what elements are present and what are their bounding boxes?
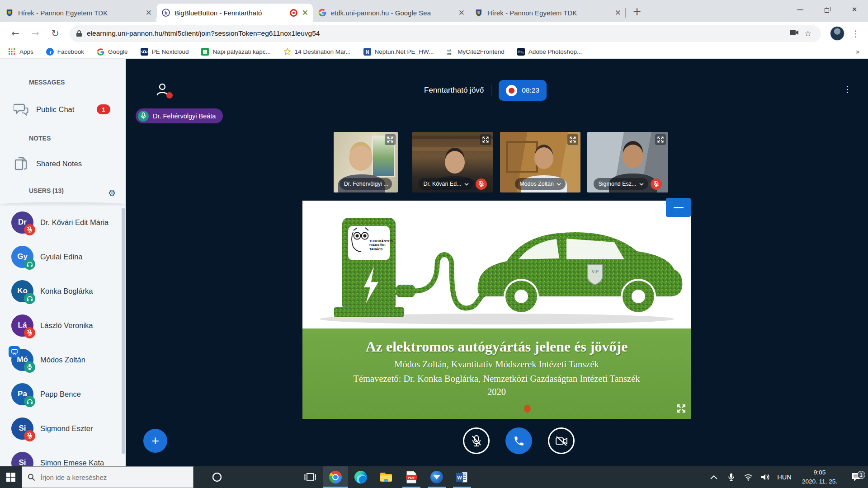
taskbar-word-button[interactable]: W	[449, 466, 475, 488]
window-minimize-button[interactable]: —	[787, 0, 814, 19]
webcam-fullscreen-button[interactable]	[655, 134, 666, 145]
back-button[interactable]: ←	[5, 28, 25, 39]
webcam-tile-0[interactable]: Dr. Fehérvölgyi ...	[334, 132, 398, 192]
user-list-toggle-button[interactable]	[156, 82, 171, 99]
webcam-fullscreen-button[interactable]	[480, 134, 491, 145]
taskbar-pdf-button[interactable]: PDF	[399, 466, 424, 488]
pannon-crest-favicon	[5, 9, 14, 17]
bookmark-5[interactable]: 14 Destination Mar...	[283, 48, 351, 56]
bookmarks-overflow-button[interactable]: »	[856, 48, 860, 56]
task-view-button[interactable]	[297, 466, 323, 488]
bookmark-7[interactable]: mtmtMyCite2Frontend	[446, 48, 505, 56]
presenter-badge	[9, 346, 20, 357]
camera-sharing-icon[interactable]	[788, 29, 801, 38]
avatar-initials: Si	[19, 458, 26, 466]
user-list-scrollbar[interactable]	[122, 208, 125, 454]
user-row-6[interactable]: SiSigmond Eszter	[0, 411, 126, 446]
taskbar-search-box[interactable]	[22, 466, 193, 488]
taskbar-edge-button[interactable]	[348, 466, 373, 488]
forward-button[interactable]: →	[25, 28, 45, 39]
tray-time: 9:05	[795, 468, 844, 477]
webcam-name-pill[interactable]: Módos Zoltán	[515, 178, 566, 190]
bookmark-star-icon[interactable]: ☆	[801, 29, 815, 38]
nextcloud-icon	[141, 48, 148, 56]
bookmark-4[interactable]: Napi pályázati kapc...	[201, 48, 270, 56]
browser-tab-1[interactable]: bBigBlueButton - Fenntartható✕	[156, 4, 313, 22]
slide-fullscreen-icon[interactable]	[676, 404, 686, 415]
search-icon	[28, 473, 35, 481]
tab-close-button[interactable]: ✕	[458, 9, 465, 17]
actions-plus-button[interactable]: +	[143, 429, 167, 453]
speaker-mic-icon	[138, 111, 149, 122]
user-row-2[interactable]: KoKonka Boglárka	[0, 274, 126, 308]
window-close-button[interactable]: ✕	[841, 0, 868, 19]
bookmark-6[interactable]: NNeptun.Net PE_HW...	[363, 48, 434, 56]
user-row-7[interactable]: SiSimon Emese Kata	[0, 446, 126, 466]
green-doc-icon	[201, 48, 209, 56]
public-chat-item[interactable]: Public Chat 1	[0, 98, 126, 121]
bookmark-label: Neptun.Net PE_HW...	[375, 48, 434, 55]
browser-tab-0[interactable]: Hírek - Pannon Egyetem TDK✕	[0, 4, 156, 22]
tray-volume-icon[interactable]	[757, 474, 774, 481]
webcam-tile-1[interactable]: Dr. Kővári Ed...	[412, 132, 493, 192]
tray-wifi-icon[interactable]	[740, 474, 757, 481]
start-button[interactable]	[0, 466, 22, 488]
reload-button[interactable]: ↻	[45, 28, 65, 39]
tray-language-indicator[interactable]: HUN	[774, 474, 795, 481]
presentation-area: TUDOMÁNYOS DIÁKKÖRI TANÁCS	[302, 201, 691, 419]
person-head	[349, 145, 373, 171]
cortana-button[interactable]	[204, 466, 230, 488]
user-row-3[interactable]: LáLászló Veronika	[0, 308, 126, 343]
new-tab-button[interactable]: +	[630, 5, 644, 18]
bookmark-2[interactable]: Google	[97, 48, 128, 56]
address-bar[interactable]: elearning.uni-pannon.hu/html5client/join…	[70, 25, 821, 42]
tray-clock[interactable]: 9:05 2020. 11. 25.	[795, 468, 844, 486]
search-input[interactable]	[41, 474, 188, 481]
tab-close-button[interactable]: ✕	[302, 9, 308, 17]
options-menu-button[interactable]: ⋮	[843, 84, 852, 94]
shared-notes-item[interactable]: Shared Notes	[0, 152, 126, 175]
browser-tab-3[interactable]: Hírek - Pannon Egyetem TDK✕	[469, 4, 626, 22]
webcam-tile-3[interactable]: Sigmond Esz...	[587, 132, 668, 192]
window-restore-button[interactable]	[814, 0, 841, 19]
taskbar-thunderbird-button[interactable]	[424, 466, 449, 488]
webcam-fullscreen-button[interactable]	[567, 134, 578, 145]
browser-profile-avatar[interactable]	[830, 26, 844, 41]
bookmark-0[interactable]: Apps	[8, 48, 33, 56]
svg-text:mt: mt	[447, 52, 452, 56]
leave-audio-button[interactable]	[505, 427, 532, 454]
browser-menu-button[interactable]: ⋮	[849, 28, 863, 38]
minimize-presentation-button[interactable]	[666, 198, 691, 217]
taskbar-explorer-button[interactable]	[373, 466, 399, 488]
browser-toolbar: ← → ↻ elearning.uni-pannon.hu/html5clien…	[0, 22, 868, 45]
bbb-favicon: b	[162, 9, 170, 17]
tray-microphone-icon[interactable]	[722, 473, 740, 481]
webcam-user-name: Dr. Kővári Ed...	[423, 181, 461, 187]
webcam-tile-2[interactable]: Módos Zoltán	[500, 132, 580, 192]
tab-close-button[interactable]: ✕	[615, 9, 621, 17]
svg-text:f: f	[49, 50, 51, 55]
user-row-4[interactable]: MóMódos Zoltán	[0, 343, 126, 377]
taskbar-chrome-button[interactable]	[323, 466, 348, 488]
webcam-name-pill[interactable]: Sigmond Esz...	[594, 178, 648, 190]
bookmark-8[interactable]: PsxAdobe Photoshop...	[517, 48, 582, 56]
bookmark-1[interactable]: fFacebook	[46, 48, 84, 56]
webcam-name-pill[interactable]: Dr. Kővári Ed...	[419, 178, 473, 190]
speaker-name: Dr. Fehérvölgyi Beáta	[153, 113, 216, 120]
webcam-fullscreen-button[interactable]	[385, 134, 396, 145]
user-row-0[interactable]: DrDr. Kővári Edit Mária	[0, 205, 126, 239]
slide-author-line: Módos Zoltán, Kvantitatív Módszerek Inté…	[302, 359, 691, 370]
bookmark-3[interactable]: PE Nextcloud	[141, 48, 189, 56]
notification-center-button[interactable]: 1	[844, 472, 868, 482]
share-webcam-button[interactable]	[548, 427, 575, 454]
browser-tab-2[interactable]: etdk.uni-pannon.hu - Google Sea✕	[313, 4, 469, 22]
user-row-1[interactable]: GyGyulai Edina	[0, 239, 126, 274]
webcam-name-pill[interactable]: Dr. Fehérvölgyi ...	[340, 178, 392, 190]
tray-expand-chevron[interactable]	[705, 475, 722, 479]
recording-indicator-button[interactable]: 08:23	[499, 80, 547, 101]
users-settings-gear-icon[interactable]: ⚙	[108, 188, 116, 198]
unmute-microphone-button[interactable]	[463, 427, 490, 454]
tab-close-button[interactable]: ✕	[146, 9, 152, 17]
user-row-5[interactable]: PaPapp Bence	[0, 377, 126, 411]
shared-notes-icon	[13, 156, 30, 171]
